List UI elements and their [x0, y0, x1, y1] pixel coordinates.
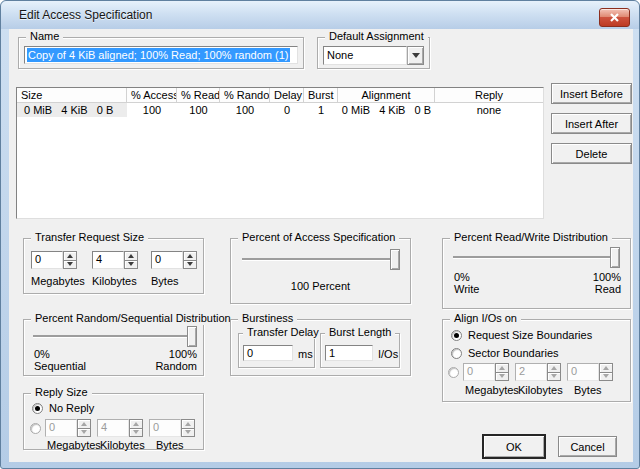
- align-kilobytes-value[interactable]: 2: [515, 363, 547, 381]
- spin-up-button[interactable]: [124, 251, 138, 261]
- align-bytes-spinner[interactable]: 0: [567, 363, 613, 381]
- spin-down-button[interactable]: [129, 429, 143, 438]
- table-row[interactable]: 0 MiB 4 KiB 0 B 100 100 100 0 1 0 MiB 4 …: [17, 103, 543, 117]
- spin-up-button[interactable]: [129, 419, 143, 429]
- up-arrow-icon: [187, 254, 193, 258]
- spin-down-button[interactable]: [495, 373, 509, 382]
- default-assignment-value: None: [323, 46, 407, 65]
- transfer-delay-unit: ms: [298, 348, 313, 361]
- trs-kilobytes-spinner[interactable]: 4: [92, 251, 138, 269]
- chevron-down-icon: [412, 53, 420, 58]
- spin-down-button[interactable]: [599, 373, 613, 382]
- spin-down-button[interactable]: [183, 261, 197, 270]
- spin-down-button[interactable]: [181, 429, 195, 438]
- reply-kilobytes-value[interactable]: 4: [97, 419, 129, 437]
- spin-down-button[interactable]: [63, 261, 77, 270]
- reply-size-label: Reply Size: [31, 386, 92, 399]
- down-arrow-icon: [185, 430, 191, 434]
- trs-megabytes-value[interactable]: 0: [31, 251, 63, 269]
- random-sequential-slider-track[interactable]: [33, 335, 197, 337]
- edit-access-specification-dialog: Edit Access Specification Name Copy of 4…: [0, 0, 640, 469]
- reply-bytes-unit: Bytes: [156, 439, 184, 451]
- spin-up-button[interactable]: [183, 251, 197, 261]
- transfer-delay-input[interactable]: 0: [243, 345, 293, 361]
- request-size-boundaries-radio[interactable]: [451, 330, 462, 341]
- down-arrow-icon: [603, 374, 609, 378]
- random-sequential-slider-thumb[interactable]: [187, 326, 197, 347]
- reply-kilobytes-spinner[interactable]: 4: [97, 419, 143, 437]
- reply-megabytes-spinner[interactable]: 0: [45, 419, 91, 437]
- no-reply-radio[interactable]: [32, 403, 43, 414]
- cell-read[interactable]: 100: [177, 103, 220, 117]
- cell-random[interactable]: 100: [220, 103, 270, 117]
- column-header-alignment[interactable]: Alignment: [338, 88, 435, 102]
- dropdown-button[interactable]: [407, 46, 424, 65]
- spin-down-button[interactable]: [547, 373, 561, 382]
- read-write-slider-thumb[interactable]: [610, 247, 620, 268]
- up-arrow-icon: [551, 366, 557, 370]
- reply-megabytes-value[interactable]: 0: [45, 419, 77, 437]
- percent-access-spec-label: Percent of Access Specification: [238, 231, 399, 244]
- trs-bytes-spinner[interactable]: 0: [151, 251, 197, 269]
- reply-bytes-value[interactable]: 0: [149, 419, 181, 437]
- spin-up-button[interactable]: [599, 363, 613, 373]
- cell-burst[interactable]: 1: [304, 103, 338, 117]
- burst-length-input[interactable]: 1: [325, 345, 373, 361]
- column-header-size[interactable]: Size: [17, 88, 127, 102]
- cell-delay[interactable]: 0: [270, 103, 304, 117]
- trs-bytes-value[interactable]: 0: [151, 251, 183, 269]
- no-reply-label: No Reply: [49, 402, 94, 415]
- cell-reply[interactable]: none: [435, 103, 543, 117]
- trs-megabytes-spinner[interactable]: 0: [31, 251, 77, 269]
- up-arrow-icon: [499, 366, 505, 370]
- cell-size[interactable]: 0 MiB 4 KiB 0 B: [17, 103, 127, 117]
- cell-alignment[interactable]: 0 MiB 4 KiB 0 B: [338, 103, 435, 117]
- insert-after-button[interactable]: Insert After: [551, 113, 632, 134]
- column-header-random[interactable]: % Random: [220, 88, 270, 102]
- name-input-selected-text: Copy of 4 KiB aligned; 100% Read; 100% r…: [27, 48, 290, 62]
- align-bytes-value[interactable]: 0: [567, 363, 599, 381]
- spin-down-button[interactable]: [77, 429, 91, 438]
- custom-reply-radio[interactable]: [30, 423, 41, 434]
- column-header-reply[interactable]: Reply: [435, 88, 543, 102]
- read-write-slider-track[interactable]: [453, 256, 620, 258]
- spin-up-button[interactable]: [547, 363, 561, 373]
- spin-up-button[interactable]: [77, 419, 91, 429]
- align-megabytes-value[interactable]: 0: [463, 363, 495, 381]
- down-arrow-icon: [81, 430, 87, 434]
- column-header-read[interactable]: % Read: [177, 88, 220, 102]
- custom-alignment-radio[interactable]: [448, 367, 459, 378]
- down-arrow-icon: [187, 262, 193, 266]
- up-arrow-icon: [603, 366, 609, 370]
- percent-access-slider-thumb[interactable]: [390, 249, 400, 270]
- close-button[interactable]: [599, 8, 630, 27]
- sector-boundaries-radio[interactable]: [451, 348, 462, 359]
- spin-up-button[interactable]: [63, 251, 77, 261]
- spin-up-button[interactable]: [181, 419, 195, 429]
- column-header-burst[interactable]: Burst: [304, 88, 338, 102]
- transfer-delay-value: 0: [247, 347, 253, 359]
- ok-button[interactable]: OK: [483, 435, 545, 458]
- spin-up-button[interactable]: [495, 363, 509, 373]
- column-header-delay[interactable]: Delay: [270, 88, 304, 102]
- cancel-button[interactable]: Cancel: [558, 436, 617, 457]
- align-kilobytes-spinner[interactable]: 2: [515, 363, 561, 381]
- close-icon: [609, 13, 620, 22]
- align-megabytes-spinner[interactable]: 0: [463, 363, 509, 381]
- default-assignment-select[interactable]: None: [323, 46, 424, 65]
- percent-access-value: 100 Percent: [230, 280, 411, 293]
- down-arrow-icon: [128, 262, 134, 266]
- up-arrow-icon: [81, 422, 87, 426]
- spin-down-button[interactable]: [124, 261, 138, 270]
- up-arrow-icon: [67, 254, 73, 258]
- trs-kilobytes-value[interactable]: 4: [92, 251, 124, 269]
- delete-button[interactable]: Delete: [551, 143, 632, 164]
- cell-access[interactable]: 100: [127, 103, 177, 117]
- reply-bytes-spinner[interactable]: 0: [149, 419, 195, 437]
- name-input[interactable]: Copy of 4 KiB aligned; 100% Read; 100% r…: [24, 46, 298, 64]
- insert-before-button[interactable]: Insert Before: [551, 83, 632, 104]
- percent-access-slider-track[interactable]: [242, 258, 400, 260]
- read-write-distribution-label: Percent Read/Write Distribution: [450, 231, 612, 244]
- write-label: Write: [454, 283, 479, 296]
- column-header-access[interactable]: % Access: [127, 88, 177, 102]
